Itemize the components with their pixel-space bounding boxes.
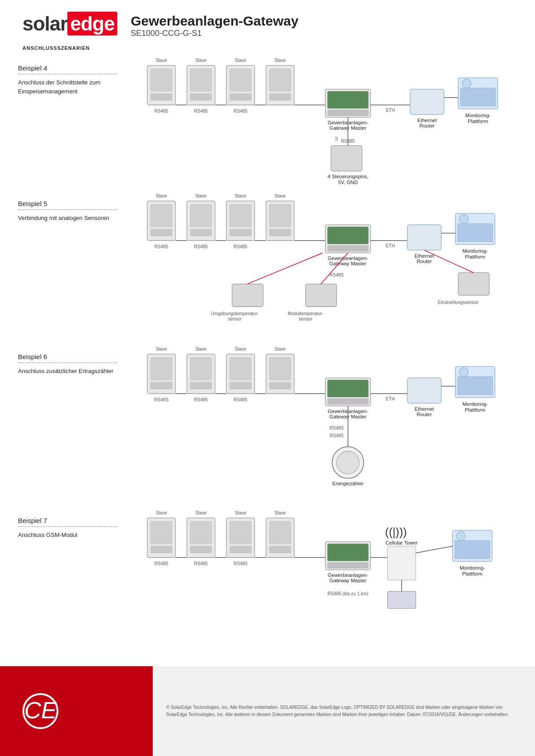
header: solaredge Gewerbeanlagen-Gateway SE1000-… <box>0 0 535 43</box>
s5-umgebung: Umgebungstemperatur- sensor <box>211 284 263 322</box>
s5-slave3: Slave <box>226 194 255 241</box>
svg-text:Monitoring-: Monitoring- <box>465 113 491 118</box>
monitoring-4: Monitoring- Plattform <box>458 78 498 124</box>
svg-text:)): )) <box>335 136 338 141</box>
svg-text:RS485: RS485 <box>234 561 248 566</box>
svg-text:sensor: sensor <box>299 317 313 322</box>
svg-text:RS485: RS485 <box>194 109 208 114</box>
svg-text:Slave: Slave <box>235 347 247 352</box>
s5-slave2: Slave <box>187 194 215 241</box>
svg-text:4 Steuerungspins,: 4 Steuerungspins, <box>327 174 368 179</box>
svg-rect-159 <box>270 546 291 553</box>
svg-text:Gewerbeanlagen-: Gewerbeanlagen- <box>328 255 368 261</box>
footer-left: CE <box>22 693 148 729</box>
svg-rect-11 <box>230 94 252 101</box>
svg-text:ETH: ETH <box>386 108 395 113</box>
svg-text:Slave: Slave <box>156 194 168 199</box>
svg-rect-109 <box>230 382 252 389</box>
s7-monitoring: Monitoring- Plattform <box>452 530 492 576</box>
svg-text:Monitoring-: Monitoring- <box>462 249 488 254</box>
svg-rect-150 <box>190 521 212 544</box>
svg-text:Umgebungstemperatur-: Umgebungstemperatur- <box>211 311 259 316</box>
footer-copyright: © SolarEdge Technologies, Inc. Alle Rech… <box>166 704 513 718</box>
svg-rect-78 <box>407 225 442 251</box>
page-title: Gewerbeanlagen-Gateway <box>131 13 298 29</box>
beispiel6-divider <box>18 362 117 363</box>
svg-rect-15 <box>270 94 291 101</box>
svg-text:Einstrahlungssensor: Einstrahlungssensor <box>438 300 479 305</box>
ethernet-router-4: Ethernet Router <box>410 89 444 129</box>
svg-rect-57 <box>230 229 252 236</box>
svg-text:Slave: Slave <box>156 58 168 63</box>
svg-rect-158 <box>270 521 291 544</box>
svg-text:Slave: Slave <box>274 510 286 515</box>
svg-rect-87 <box>232 284 263 307</box>
s5-slave4: Slave <box>266 194 294 241</box>
slave1: Slave <box>147 58 176 105</box>
beispiel4-divider <box>18 74 117 75</box>
svg-point-134 <box>459 368 468 377</box>
footer-right: © SolarEdge Technologies, Inc. Alle Rech… <box>166 704 513 718</box>
section-label: ANSCHLUSSSZENARIEN <box>0 43 535 55</box>
s6-slave3: Slave <box>226 347 255 394</box>
svg-text:Slave: Slave <box>195 194 207 199</box>
beispiel5-title: Beispiel 5 <box>18 200 130 207</box>
beispiel4-section: Beispiel 4 Anschluss der Schnittstelle z… <box>13 55 526 186</box>
s7-slave1: Slave <box>147 510 176 558</box>
svg-rect-71 <box>327 246 368 252</box>
svg-line-95 <box>248 253 323 284</box>
svg-rect-113 <box>270 382 291 389</box>
svg-text:Plattform: Plattform <box>465 407 485 413</box>
footer: CE © SolarEdge Technologies, Inc. Alle R… <box>0 666 535 756</box>
svg-text:Slave: Slave <box>195 58 207 63</box>
svg-rect-151 <box>190 546 212 553</box>
beispiel5-left: Beispiel 5 Verbindung mit analogen Senso… <box>13 191 130 223</box>
ce-mark: CE <box>22 693 58 729</box>
beispiel5-svg: Slave Slave Slave <box>130 191 526 338</box>
svg-rect-154 <box>230 521 252 544</box>
svg-rect-90 <box>305 284 336 307</box>
svg-text:5V, GND: 5V, GND <box>338 180 358 185</box>
svg-text:Ethernet: Ethernet <box>415 406 434 411</box>
svg-rect-155 <box>230 546 252 553</box>
svg-rect-183 <box>388 591 416 608</box>
svg-text:RS485: RS485 <box>194 245 208 250</box>
svg-text:Gateway Master: Gateway Master <box>329 261 367 267</box>
main-content: Beispiel 4 Anschluss der Schnittstelle z… <box>0 55 535 657</box>
logo-solar: solar <box>22 13 67 35</box>
svg-rect-37 <box>460 88 495 106</box>
svg-rect-122 <box>327 380 368 397</box>
s5-slave1: Slave <box>147 194 176 241</box>
svg-text:RS485: RS485 <box>234 397 248 402</box>
svg-text:((|))): ((|))) <box>385 526 407 538</box>
svg-text:Ethernet: Ethernet <box>415 253 434 259</box>
svg-rect-108 <box>230 357 252 380</box>
s6-energiezaehler: Energiezähler <box>332 447 363 486</box>
beispiel6-svg: Slave Slave Slave <box>130 344 526 502</box>
svg-rect-60 <box>270 205 291 227</box>
svg-rect-7 <box>190 94 212 101</box>
beispiel6-section: Beispiel 6 Anschluss zusätzlicher Ertrag… <box>13 344 526 503</box>
beispiel6-left: Beispiel 6 Anschluss zusätzlicher Ertrag… <box>13 344 130 376</box>
s6-slave2: Slave <box>187 347 215 394</box>
svg-point-140 <box>336 451 359 474</box>
svg-text:Slave: Slave <box>274 194 286 199</box>
beispiel4-svg: Slave Slave Slave <box>130 55 526 185</box>
s6-router: Ethernet Router <box>407 378 442 417</box>
svg-text:Plattform: Plattform <box>462 571 482 576</box>
svg-rect-49 <box>150 229 172 236</box>
s5-gateway: Gewerbeanlagen- Gateway Master <box>325 225 371 267</box>
svg-text:Monitoring-: Monitoring- <box>462 401 488 407</box>
svg-text:RS485: RS485 <box>234 245 248 250</box>
beispiel4-diagram: Slave Slave Slave <box>130 55 526 186</box>
svg-text:Router: Router <box>416 259 432 264</box>
svg-text:RS485: RS485 <box>194 561 208 566</box>
svg-text:Energiezähler: Energiezähler <box>332 480 364 486</box>
s6-slave1: Slave <box>147 347 176 394</box>
svg-text:Slave: Slave <box>235 194 247 199</box>
svg-rect-146 <box>150 521 172 544</box>
svg-rect-3 <box>150 94 172 101</box>
beispiel5-diagram: Slave Slave Slave <box>130 191 526 339</box>
svg-rect-168 <box>327 544 368 561</box>
svg-text:ETH: ETH <box>386 243 395 248</box>
